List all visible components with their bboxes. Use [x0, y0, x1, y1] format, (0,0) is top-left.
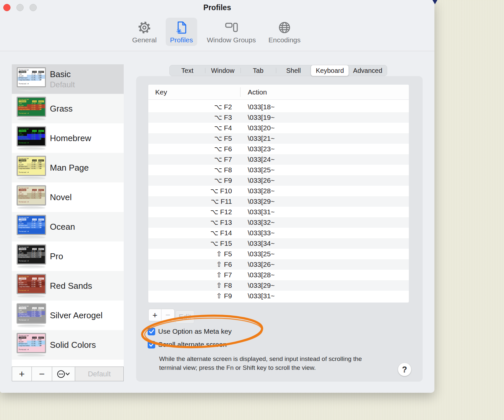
profile-meta: Ocean: [50, 222, 75, 232]
tab[interactable]: Window: [205, 65, 241, 76]
checkbox-label[interactable]: Scroll alternate screen: [158, 341, 227, 348]
table-actions: + − Edit: [148, 309, 194, 324]
profile-list-item[interactable]: Terminal1# COMMAND %CPU RPRVT top 4.1% 2…: [12, 64, 124, 94]
add-key-button[interactable]: +: [148, 309, 161, 321]
tab[interactable]: Advanced: [348, 65, 387, 76]
thumb-row: loginwindow 0.0% 4M: [18, 345, 45, 346]
key-cell: ⌥ F3: [148, 114, 240, 121]
column-divider[interactable]: [240, 87, 241, 97]
profile-thumbnail: Terminal1# COMMAND %CPU RPRVT top 4.1% 2…: [17, 215, 46, 239]
profile-meta: Silver Aerogel: [50, 310, 102, 321]
column-header-key[interactable]: Key: [148, 88, 167, 96]
action-cell: \033[31~: [240, 208, 275, 216]
tab-label: Text: [181, 67, 194, 74]
profile-thumbnail: Terminal1# COMMAND %CPU RPRVT top 4.1% 2…: [17, 67, 46, 91]
remove-key-button[interactable]: −: [161, 309, 175, 321]
toolbar-item-profiles[interactable]: Profiles: [166, 18, 197, 46]
thumbnail-reflection: [17, 236, 45, 239]
help-button[interactable]: ?: [398, 363, 411, 376]
toolbar-label: Encodings: [268, 36, 301, 44]
action-cell: \033[29~: [240, 198, 275, 205]
profile-meta: Basic Default: [50, 69, 75, 89]
profile-list-item[interactable]: Terminal1# COMMAND %CPU RPRVT top 4.1% 2…: [12, 94, 124, 123]
table-row[interactable]: ⇧ F6 \033[26~: [148, 259, 409, 270]
table-row[interactable]: ⌥ F2 \033[18~: [148, 102, 409, 112]
set-default-button[interactable]: Default: [75, 367, 123, 381]
profile-name: Grass: [50, 104, 73, 114]
profile-list-item[interactable]: Terminal1# COMMAND %CPU RPRVT top 4.1% 2…: [12, 123, 124, 153]
action-cell: \033[29~: [240, 282, 275, 289]
table-row[interactable]: ⌥ F5 \033[21~: [148, 133, 409, 144]
toolbar-item-encodings[interactable]: Encodings: [265, 18, 304, 46]
table-row[interactable]: ⌥ F14 \033[33~: [148, 228, 409, 238]
thumb-row: loginwindow 0.0% 4M: [18, 256, 45, 258]
profile-meta: Solid Colors: [50, 340, 96, 350]
table-row[interactable]: ⌥ F10 \033[28~: [148, 186, 409, 196]
table-row[interactable]: ⇧ F5 \033[25~: [148, 249, 409, 259]
table-row[interactable]: ⌥ F12 \033[31~: [148, 207, 409, 217]
key-cell: ⌥ F10: [148, 187, 240, 195]
thumbnail-reflection: [17, 88, 45, 91]
profile-list-item[interactable]: Terminal1# COMMAND %CPU RPRVT top 4.1% 2…: [12, 242, 124, 271]
toolbar-item-general[interactable]: General: [127, 18, 161, 46]
edit-key-button[interactable]: Edit: [176, 310, 194, 324]
profile-name: Man Page: [50, 163, 89, 173]
column-header-action[interactable]: Action: [248, 88, 267, 96]
table-row[interactable]: ⌥ F11 \033[29~: [148, 196, 409, 207]
option-meta-checkbox-row: Use Option as Meta key: [148, 327, 232, 335]
profile-list-item[interactable]: Terminal1# COMMAND %CPU RPRVT top 4.1% 2…: [12, 212, 124, 242]
profile-list-item[interactable]: Terminal1# COMMAND %CPU RPRVT top 4.1% 2…: [12, 330, 124, 360]
table-row[interactable]: ⌥ F7 \033[24~: [148, 154, 409, 165]
key-cell: ⇧ F5: [148, 250, 240, 258]
tab[interactable]: Shell: [276, 65, 311, 76]
table-row[interactable]: ⇧ F8 \033[29~: [148, 280, 409, 291]
table-row[interactable]: ⌥ F4 \033[20~: [148, 123, 409, 133]
checkbox-label[interactable]: Use Option as Meta key: [158, 327, 232, 335]
action-cell: \033[32~: [240, 219, 275, 226]
action-cell: \033[21~: [240, 135, 275, 142]
table-row[interactable]: ⌥ F6 \033[23~: [148, 144, 409, 154]
profile-name: Silver Aerogel: [50, 310, 102, 321]
table-row[interactable]: ⇧ F9 \033[31~: [148, 291, 409, 301]
thumb-row: loginwindow 0.0% 4M: [18, 197, 45, 199]
key-cell: ⇧ F8: [148, 282, 240, 289]
table-body: ⌥ F2 \033[18~ ⌥ F3 \033[19~ ⌥ F4 \033[20…: [148, 100, 409, 301]
profile-name: Basic: [50, 69, 75, 79]
tab[interactable]: Keyboard: [311, 65, 349, 76]
toolbar-item-window-groups[interactable]: Window Groups: [202, 18, 261, 46]
terminal-preview: Terminal1# COMMAND %CPU RPRVT top 4.1% 2…: [17, 126, 46, 146]
scroll-alternate-screen-checkbox[interactable]: [148, 341, 155, 348]
profile-list-item[interactable]: Terminal1# COMMAND %CPU RPRVT top 4.1% 2…: [12, 301, 124, 330]
profile-meta: Red Sands: [50, 281, 92, 291]
thumb-prompt-line: Terminal #: [18, 289, 45, 291]
thumb-row: loginwindow 0.0% 4M: [18, 167, 45, 169]
thumb-prompt-line: Terminal #: [18, 319, 45, 321]
tab-label: Shell: [286, 67, 301, 74]
tab[interactable]: Tab: [241, 65, 276, 76]
profile-meta: Man Page: [50, 163, 89, 173]
description-line: While the alternate screen is displayed,…: [159, 354, 362, 363]
table-row[interactable]: ⌥ F3 \033[19~: [148, 112, 409, 123]
terminal-preview: Terminal1# COMMAND %CPU RPRVT top 4.1% 2…: [17, 304, 46, 324]
profile-list-item[interactable]: Terminal1# COMMAND %CPU RPRVT top 4.1% 2…: [12, 153, 124, 182]
profile-meta: Homebrew: [50, 133, 91, 143]
profile-meta: Grass: [50, 104, 73, 114]
table-row[interactable]: ⇧ F7 \033[28~: [148, 270, 409, 280]
use-option-as-meta-checkbox[interactable]: [148, 328, 155, 335]
table-row[interactable]: ⌥ F8 \033[25~: [148, 165, 409, 175]
table-row[interactable]: ⌥ F13 \033[32~: [148, 217, 409, 228]
profile-actions-menu-button[interactable]: [52, 367, 75, 381]
profile-list-item[interactable]: Terminal1# COMMAND %CPU RPRVT top 4.1% 2…: [12, 182, 124, 212]
terminal-preview: Terminal1# COMMAND %CPU RPRVT top 4.1% 2…: [17, 215, 46, 235]
remove-profile-button[interactable]: −: [32, 367, 52, 381]
tab[interactable]: Text: [170, 65, 205, 76]
profile-list-item[interactable]: Terminal1# COMMAND %CPU RPRVT top 4.1% 2…: [12, 271, 124, 301]
add-profile-button[interactable]: +: [12, 367, 32, 381]
scroll-alternate-description: While the alternate screen is displayed,…: [159, 354, 362, 372]
key-cell: ⇧ F6: [148, 261, 240, 268]
table-row[interactable]: ⌥ F9 \033[26~: [148, 175, 409, 186]
tab-label: Keyboard: [316, 67, 344, 74]
table-row[interactable]: ⌥ F15 \033[34~: [148, 238, 409, 249]
key-cell: ⇧ F9: [148, 292, 240, 300]
terminal-preview: Terminal1# COMMAND %CPU RPRVT top 4.1% 2…: [17, 274, 46, 294]
